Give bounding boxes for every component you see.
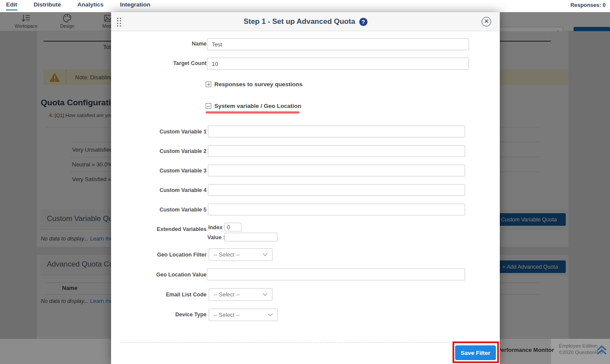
email-list-code-label: Email List Code	[111, 292, 207, 298]
quota-row: Very Satisfied »	[72, 176, 111, 182]
device-type-label: Device Type	[111, 312, 207, 318]
red-underline-annotation	[206, 111, 299, 114]
chevron-down-icon	[262, 253, 268, 256]
questionpro-app: Edit Distribute Analytics Integration Re…	[0, 0, 610, 364]
geo-location-filter-select[interactable]: -- Select --	[209, 248, 272, 261]
custom-variable-1-label: Custom Variable 1	[111, 129, 207, 135]
custom-variable-4-label: Custom Variable 4	[111, 187, 207, 193]
note-divider	[66, 69, 66, 85]
custom-variable-4-input[interactable]	[208, 184, 465, 196]
add-advanced-quota-label: Add Advanced Quota	[507, 264, 558, 270]
geo-location-value-label: Geo Location Value	[111, 272, 207, 278]
help-icon[interactable]: ?	[359, 18, 367, 26]
no-data-text: No data to display...	[41, 298, 89, 304]
custom-variable-1-input[interactable]	[208, 126, 465, 137]
add-advanced-quota-button[interactable]: + Add Advanced Quota	[495, 260, 566, 273]
chevron-down-icon	[268, 313, 273, 316]
note-text: Note: Disabling	[75, 74, 113, 81]
quota-question: 4. [Q1] How satisfied are you	[49, 113, 113, 118]
geo-location-value-input[interactable]	[207, 268, 465, 280]
custom-variable-3-input[interactable]	[208, 165, 465, 176]
value-input[interactable]	[224, 233, 278, 241]
custom-quota-empty-row: No data to display...Learn more	[41, 236, 118, 242]
responses-section-label: Responses to survey questions	[214, 81, 302, 88]
modal-footer-divider	[120, 342, 497, 343]
modal-header: Step 1 - Set up Advanced Quota ? ✕	[111, 12, 500, 31]
extended-variables-label: Extended Variables	[111, 226, 207, 232]
minus-square-icon	[206, 103, 211, 109]
email-list-code-value: -- Select --	[209, 291, 262, 298]
email-list-code-select[interactable]: -- Select --	[209, 288, 272, 301]
advanced-quota-modal: Step 1 - Set up Advanced Quota ? ✕ Name …	[111, 12, 500, 364]
name-label: Name	[111, 41, 207, 47]
system-variable-section-label: System variable / Geo Location	[214, 103, 301, 109]
value-label: Value :	[207, 234, 225, 240]
index-input[interactable]	[224, 223, 242, 231]
target-count-label: Target Count	[111, 60, 207, 66]
system-variable-section-toggle[interactable]: System variable / Geo Location	[206, 103, 301, 109]
chevron-down-icon	[262, 293, 268, 296]
responses-section-toggle[interactable]: Responses to survey questions	[206, 81, 302, 88]
device-type-value: -- Select --	[209, 312, 268, 318]
name-input[interactable]	[207, 38, 469, 50]
no-data-text: No data to display...	[41, 236, 89, 242]
index-label: Index :	[208, 224, 226, 231]
modal-title: Step 1 - Set up Advanced Quota	[243, 17, 355, 26]
custom-variable-2-label: Custom Variable 2	[111, 148, 207, 154]
custom-variable-5-label: Custom Variable 5	[111, 207, 207, 213]
geo-location-filter-value: -- Select --	[209, 251, 262, 258]
performance-monitor-label[interactable]: Performance Monitor	[497, 347, 554, 353]
plus-icon: +	[502, 264, 505, 270]
warning-icon	[49, 72, 61, 83]
advanced-quota-empty-row: No data to display...Learn more	[41, 298, 118, 304]
custom-variable-2-input[interactable]	[208, 145, 465, 157]
target-count-input[interactable]	[207, 58, 469, 70]
plus-square-icon	[206, 81, 211, 87]
geo-location-filter-label: Geo Location Filter	[111, 252, 207, 258]
save-filter-button[interactable]: Save Filter	[455, 345, 496, 360]
quota-row: Neutral » 30.0%	[72, 161, 112, 168]
custom-variable-5-input[interactable]	[208, 204, 465, 215]
quota-configuration-title: Quota Configuration	[41, 98, 121, 107]
name-column-header: Name	[62, 285, 77, 291]
close-icon[interactable]: ✕	[482, 17, 491, 26]
custom-variable-3-label: Custom Variable 3	[111, 168, 207, 174]
double-chevron-up-icon[interactable]	[596, 344, 607, 355]
device-type-select[interactable]: -- Select --	[209, 309, 278, 321]
